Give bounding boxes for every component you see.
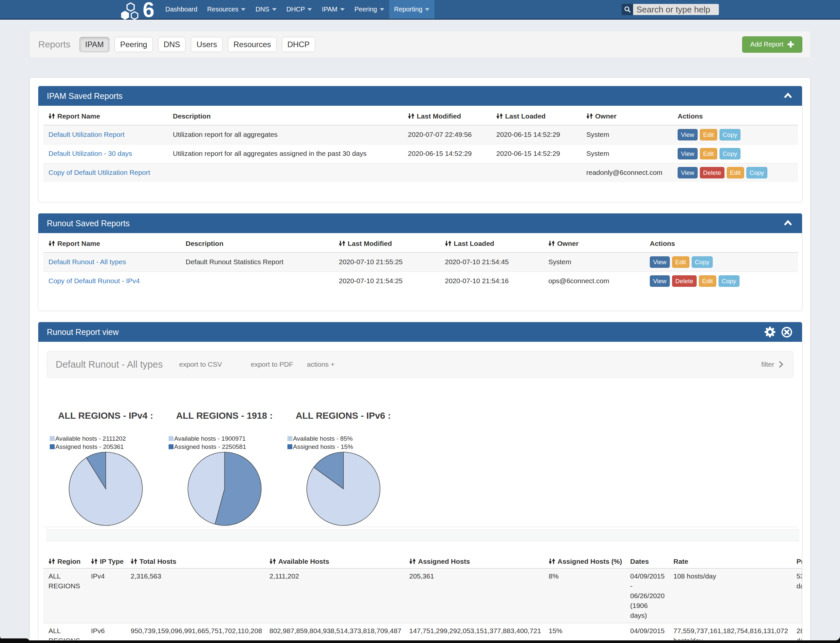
sort-icon [445, 240, 452, 247]
chevron-right-icon [778, 361, 783, 368]
nav-item-ipam[interactable]: IPAM [317, 0, 349, 19]
col-assigned-hosts-pct[interactable]: Assigned Hosts (%) [543, 554, 625, 568]
cell-rate: 77,559,737,161,182,754,816,131,072 hosts… [668, 623, 791, 640]
col-last-loaded[interactable]: Last Loaded [491, 106, 581, 125]
collapse-button[interactable] [784, 220, 792, 227]
edit-button[interactable]: Edit [700, 148, 717, 160]
edit-button[interactable]: Edit [699, 275, 716, 287]
cell-region: ALL REGIONS [43, 623, 86, 640]
copy-button[interactable]: Copy [746, 167, 767, 178]
report-link[interactable]: Copy of Default Runout - IPv4 [49, 277, 140, 284]
edit-button[interactable]: Edit [727, 167, 744, 178]
pie-chart-2: ALL REGIONS - IPv6 :Available hosts - 85… [284, 411, 403, 527]
tab-peering[interactable]: Peering [114, 37, 153, 52]
nav-item-resources[interactable]: Resources [202, 0, 251, 19]
close-button[interactable] [781, 327, 792, 338]
edit-button[interactable]: Edit [672, 256, 690, 268]
copy-button[interactable]: Copy [719, 129, 741, 140]
settings-button[interactable] [764, 326, 775, 338]
table-header-row: Report Name Description Last Modified La… [43, 106, 798, 125]
col-available-hosts[interactable]: Available Hosts [264, 554, 404, 568]
filter-label: filter [761, 361, 774, 368]
view-button[interactable]: View [650, 275, 670, 287]
delete-button[interactable]: Delete [672, 275, 696, 287]
cell-dates: 04/09/2015 - 06/26/2020 (1906 days) [625, 568, 668, 623]
cell-last-loaded: 2020-07-10 21:54:16 [440, 271, 543, 290]
edit-button[interactable]: Edit [700, 129, 717, 140]
view-button[interactable]: View [678, 167, 698, 178]
view-panel-title: Runout Report view [47, 327, 119, 337]
col-total-hosts[interactable]: Total Hosts [126, 554, 264, 568]
nav-item-label: Dashboard [165, 6, 197, 13]
tab-resources[interactable]: Resources [228, 37, 277, 52]
nav-item-dashboard[interactable]: Dashboard [160, 0, 202, 19]
cell-projected: 28 da [791, 623, 802, 640]
pie-svg [305, 451, 382, 527]
cell-last-modified: 2020-07-10 21:55:25 [334, 253, 440, 271]
tab-users[interactable]: Users [191, 37, 223, 52]
col-owner[interactable]: Owner [581, 106, 672, 125]
delete-button[interactable]: Delete [700, 167, 724, 178]
copy-button[interactable]: Copy [692, 256, 713, 268]
copy-button[interactable]: Copy [719, 148, 741, 160]
col-dates[interactable]: Dates [625, 554, 668, 568]
col-region[interactable]: Region [43, 554, 86, 568]
col-projected[interactable]: Pr [791, 554, 802, 568]
export-pdf-link[interactable]: export to PDF [251, 361, 293, 368]
report-toolbar: Default Runout - All types export to CSV… [47, 351, 794, 378]
cell-owner: System [581, 144, 672, 163]
add-report-label: Add Report [750, 41, 783, 48]
view-button[interactable]: View [678, 129, 698, 140]
report-link[interactable]: Default Runout - All types [49, 258, 126, 266]
actions-link[interactable]: actions + [307, 361, 335, 368]
collapse-button[interactable] [784, 93, 792, 99]
legend-label: Assigned hosts - 2250581 [174, 443, 246, 450]
cell-description [180, 271, 334, 290]
logo[interactable]: 6 [121, 1, 154, 18]
filter-toggle[interactable]: filter [761, 361, 783, 368]
nav-item-dns[interactable]: DNS [250, 0, 281, 19]
nav-item-reporting[interactable]: Reporting [389, 0, 435, 19]
search-input[interactable] [633, 4, 719, 15]
export-csv-link[interactable]: export to CSV [179, 361, 222, 368]
col-ip-type[interactable]: IP Type [86, 554, 126, 568]
nav-item-peering[interactable]: Peering [350, 0, 389, 19]
cell-assigned-hosts-pct: 15% [543, 623, 625, 640]
report-link[interactable]: Copy of Default Utilization Report [49, 169, 150, 176]
add-report-button[interactable]: Add Report [742, 36, 802, 53]
cell-rate: 108 hosts/day [668, 568, 791, 623]
search-icon-box[interactable] [621, 4, 633, 15]
view-button[interactable]: View [650, 256, 670, 268]
tab-dhcp[interactable]: DHCP [282, 37, 315, 52]
col-report-name[interactable]: Report Name [43, 106, 168, 125]
legend-label: Available hosts - 85% [293, 435, 352, 442]
sort-icon [586, 113, 593, 119]
copy-button[interactable]: Copy [719, 275, 739, 287]
logo-text: 6 [143, 1, 154, 18]
nav-item-dhcp[interactable]: DHCP [282, 0, 317, 19]
col-last-modified[interactable]: Last Modified [334, 233, 440, 253]
cell-description: Utilization report for all aggregates as… [168, 144, 403, 163]
sort-icon [49, 113, 55, 119]
col-owner[interactable]: Owner [543, 233, 644, 253]
runout-report-table: Region IP Type Total Hosts Available Hos… [43, 554, 802, 640]
chart-legend: Available hosts - 1900971Assigned hosts … [169, 434, 284, 451]
view-button[interactable]: View [678, 148, 698, 160]
report-link[interactable]: Default Utilization Report [49, 131, 124, 138]
col-last-modified[interactable]: Last Modified [403, 106, 491, 125]
col-rate[interactable]: Rate [668, 554, 791, 568]
sort-icon [549, 558, 555, 565]
col-assigned-hosts[interactable]: Assigned Hosts [404, 554, 543, 568]
col-label: Actions [678, 112, 703, 120]
report-link[interactable]: Default Utilization - 30 days [49, 150, 132, 157]
col-description: Description [168, 106, 403, 125]
tab-ipam[interactable]: IPAM [80, 37, 109, 52]
table-row: Default Utilization - 30 days Utilizatio… [43, 144, 798, 163]
view-panel-heading: Runout Report view [38, 322, 802, 342]
col-last-loaded[interactable]: Last Loaded [440, 233, 543, 253]
pie-charts-row: ALL REGIONS - IPv4 :Available hosts - 21… [46, 411, 802, 527]
tab-dns[interactable]: DNS [158, 37, 186, 52]
col-report-name[interactable]: Report Name [43, 233, 180, 253]
sort-icon [548, 240, 555, 247]
caret-down-icon [380, 8, 384, 11]
